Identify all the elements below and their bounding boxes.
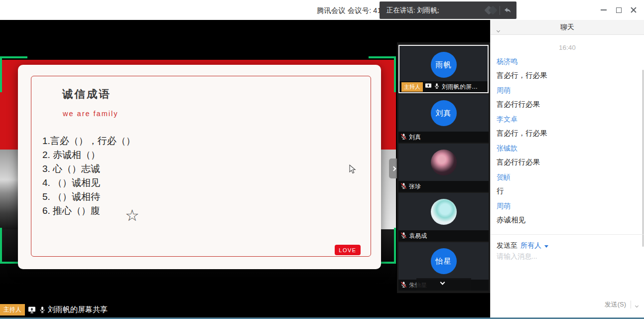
participant-name: 刘真 <box>409 133 421 142</box>
participant-name: 张珍 <box>409 182 421 191</box>
participant-name-bar: 张珍 <box>398 181 489 192</box>
chat-collapse-button[interactable] <box>497 25 500 34</box>
minimize-button[interactable] <box>596 0 611 20</box>
maximize-button[interactable] <box>611 0 626 20</box>
chat-sender-name[interactable]: 周萌 <box>497 86 638 95</box>
chat-sender-name[interactable]: 贺頔 <box>497 173 638 182</box>
titlebar: 腾讯会议 会议号: 413 302 830 正在讲话: 刘雨帆; <box>0 0 644 20</box>
participant-name-bar: 袁易成 <box>398 230 489 241</box>
chevron-down-icon <box>635 304 639 308</box>
close-button[interactable] <box>626 0 641 20</box>
chat-message-list: 杨济鸣 言必行，行必果 周萌 言必行行必果 李文卓 言必行，行必果 张铖歆 言必… <box>491 57 644 225</box>
minimize-icon <box>601 9 607 10</box>
chat-message: 周萌 赤诚相见 <box>497 202 638 225</box>
send-to-label: 发送至 <box>497 241 517 250</box>
slide-card: 诚信成语 we are family 1.言必（），行必（） 2. 赤诚相（） … <box>18 65 381 269</box>
chat-message: 周萌 言必行行必果 <box>497 86 638 109</box>
meeting-window: 腾讯会议 会议号: 413 302 830 正在讲话: 刘雨帆; <box>0 0 644 319</box>
avatar: 刘真 <box>431 100 457 126</box>
participant-panel: 雨帆 主持人 刘雨帆的屏… 刘真 <box>397 42 490 293</box>
slide-question: 3. 心（）志诚 <box>42 162 135 176</box>
chat-message: 张铖歆 言必行行必果 <box>497 144 638 167</box>
chat-message-text: 言必行，行必果 <box>497 71 638 80</box>
avatar-photo <box>431 199 457 225</box>
send-button[interactable]: 发送(S) <box>605 300 626 309</box>
chevron-right-icon <box>391 166 396 171</box>
participant-tile[interactable]: 张珍 <box>398 144 489 192</box>
chat-timestamp: 16:40 <box>491 44 644 51</box>
slide-subtitle: we are family <box>63 110 118 118</box>
star-shape-icon: ☆ <box>125 207 139 223</box>
brand-logo-icon <box>486 7 496 13</box>
participant-name-bar: 主持人 刘雨帆的屏… <box>399 81 488 92</box>
speaking-toast: 正在讲话: 刘雨帆; <box>380 1 516 19</box>
mouse-cursor-icon <box>349 164 356 174</box>
participant-tile[interactable]: 袁易成 <box>398 193 489 241</box>
microphone-muted-icon <box>400 232 407 240</box>
chat-title: 聊天 <box>560 23 574 32</box>
chat-input[interactable] <box>497 252 631 260</box>
reply-arrow-icon[interactable] <box>504 7 512 14</box>
avatar-photo <box>431 150 457 175</box>
host-badge: 主持人 <box>401 82 423 92</box>
chat-scrollbar[interactable] <box>643 70 644 247</box>
chat-footer-divider <box>491 234 644 235</box>
chat-message-text: 言必行行必果 <box>497 100 638 109</box>
toast-divider <box>500 6 500 15</box>
send-to-row: 发送至 所有人 <box>497 241 548 250</box>
share-banner-label: 刘雨帆的屏幕共享 <box>48 305 108 315</box>
chevron-down-icon <box>497 29 500 32</box>
microphone-muted-icon <box>400 133 407 142</box>
participant-name: 刘雨帆的屏… <box>442 83 478 91</box>
screen-share-icon <box>28 306 36 314</box>
avatar: 雨帆 <box>431 52 457 78</box>
maximize-icon <box>616 7 622 13</box>
chat-message-text: 言必行，行必果 <box>497 129 638 138</box>
microphone-muted-icon <box>400 281 407 290</box>
chat-message-text: 言必行行必果 <box>497 158 638 167</box>
window-controls <box>596 0 641 20</box>
chat-message: 杨济鸣 言必行，行必果 <box>497 57 638 80</box>
chat-header: 聊天 <box>491 20 644 35</box>
participant-tile[interactable]: 雨帆 主持人 刘雨帆的屏… <box>398 45 489 93</box>
slide-question: 4. （）诚相见 <box>42 176 135 190</box>
participant-name-bar: 刘真 <box>398 132 489 143</box>
close-icon <box>631 7 637 13</box>
chat-message-text: 行 <box>497 186 638 196</box>
send-row: 发送(S) <box>605 300 638 309</box>
slide-question: 2. 赤诚相（） <box>42 148 135 162</box>
slide-question-list: 1.言必（），行必（） 2. 赤诚相（） 3. 心（）志诚 4. （）诚相见 5… <box>42 134 135 218</box>
chevron-down-icon <box>440 280 445 285</box>
chat-sender-name[interactable]: 张铖歆 <box>497 144 638 153</box>
chat-message-text: 赤诚相见 <box>497 215 638 225</box>
slide-title: 诚信成语 <box>62 87 111 101</box>
chat-sender-name[interactable]: 李文卓 <box>497 115 638 124</box>
share-banner: 主持人 刘雨帆的屏幕共享 <box>0 304 108 315</box>
participant-name: 袁易成 <box>409 232 427 240</box>
send-divider <box>631 301 631 309</box>
chat-sender-name[interactable]: 周萌 <box>497 202 638 211</box>
microphone-muted-icon <box>400 182 407 191</box>
chat-panel: 聊天 16:40 杨济鸣 言必行，行必果 周萌 言必行行必果 李文卓 言必行，行… <box>490 20 644 319</box>
love-button: LOVE <box>335 245 361 255</box>
participant-tile[interactable]: 怡星 朱怡星 <box>398 242 489 291</box>
slide-question: 1.言必（），行必（） <box>42 134 135 148</box>
participant-tile[interactable]: 刘真 刘真 <box>398 94 489 143</box>
host-badge: 主持人 <box>0 304 25 316</box>
microphone-icon <box>39 306 46 314</box>
slide-question: 5. （）诚相待 <box>42 190 135 204</box>
avatar: 怡星 <box>431 248 457 274</box>
slide-question: 6. 推心（）腹 <box>42 204 135 218</box>
speaking-toast-text: 正在讲话: 刘雨帆; <box>386 6 439 15</box>
send-to-value[interactable]: 所有人 <box>520 241 541 250</box>
chat-message: 贺頔 行 <box>497 173 638 196</box>
chat-sender-name[interactable]: 杨济鸣 <box>497 57 638 66</box>
chat-message: 李文卓 言必行，行必果 <box>497 115 638 138</box>
send-options-button[interactable] <box>636 300 638 309</box>
tiles-collapse-button[interactable] <box>441 277 444 286</box>
dropdown-triangle-icon[interactable] <box>544 245 548 248</box>
screen-share-stage: 诚信成语 we are family 1.言必（），行必（） 2. 赤诚相（） … <box>0 20 490 319</box>
screen-share-icon <box>425 83 432 91</box>
microphone-icon <box>434 83 440 91</box>
